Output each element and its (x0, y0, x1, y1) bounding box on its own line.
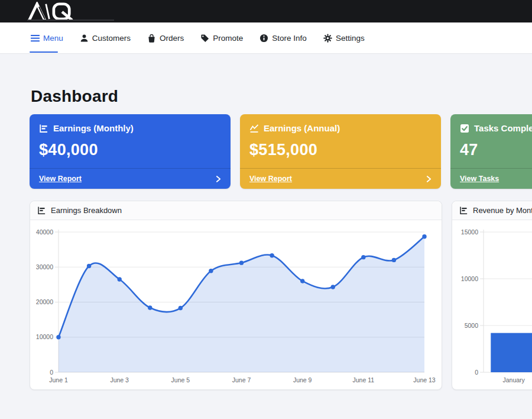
bar-chart-icon (37, 206, 46, 215)
revenue-bar-chart: 050001000015000January (458, 224, 532, 386)
nav-item-orders[interactable]: Orders (147, 22, 184, 53)
card-value: 47 (460, 141, 532, 159)
bar-chart-icon (459, 206, 468, 215)
view-report-link[interactable]: View Report (30, 168, 231, 189)
card-top: Tasks Completed 47 (450, 114, 532, 159)
nav-item-store-info[interactable]: Store Info (259, 22, 307, 53)
chart-title: Revenue by Month (473, 206, 532, 215)
svg-text:30000: 30000 (36, 263, 53, 270)
revenue-by-month-card: Revenue by Month 050001000015000January (452, 201, 532, 390)
svg-text:5000: 5000 (465, 322, 479, 329)
card-tasks-completed: Tasks Completed 47 View Tasks (450, 114, 532, 189)
svg-text:10000: 10000 (461, 275, 478, 282)
chart-body: 010000200003000040000June 1June 3June 5J… (30, 220, 442, 386)
stat-cards-row: Earnings (Monthly) $40,000 View Report E… (30, 114, 532, 189)
check-square-icon (460, 124, 469, 133)
svg-text:January: January (502, 376, 525, 383)
tag-icon (200, 34, 209, 43)
chevron-right-icon (216, 175, 221, 183)
nav-bar: Menu Customers Orders Promote Store Info (0, 22, 532, 54)
card-value: $515,000 (249, 141, 432, 159)
nav-item-label: Customers (92, 34, 131, 43)
card-top: Earnings (Monthly) $40,000 (30, 114, 231, 159)
gear-icon (323, 34, 332, 43)
card-earnings-annual: Earnings (Annual) $515,000 View Report (240, 114, 441, 189)
chevron-right-icon (426, 175, 432, 183)
chart-title: Earnings Breakdown (51, 206, 122, 215)
svg-text:20000: 20000 (36, 298, 53, 305)
nav-item-customers[interactable]: Customers (80, 22, 131, 53)
view-tasks-link[interactable]: View Tasks (450, 168, 532, 189)
nav-item-promote[interactable]: Promote (200, 22, 243, 53)
chart-body: 050001000015000January (452, 220, 532, 386)
brand-logo-icon (26, 2, 79, 21)
active-tab-underline (30, 51, 58, 53)
chart-card-header: Revenue by Month (452, 201, 532, 220)
card-value: $40,000 (39, 141, 221, 159)
line-chart-icon (249, 124, 259, 133)
svg-text:June 5: June 5 (171, 376, 190, 383)
svg-text:0: 0 (475, 369, 478, 376)
svg-text:June 11: June 11 (353, 376, 375, 383)
svg-text:40000: 40000 (36, 228, 53, 236)
svg-text:15000: 15000 (461, 228, 478, 236)
svg-text:June 13: June 13 (413, 376, 436, 383)
nav-item-label: Store Info (272, 34, 307, 43)
nav-item-label: Promote (213, 34, 243, 43)
logo-underline (27, 20, 114, 21)
bar-chart-icon (39, 124, 48, 133)
person-icon (80, 34, 89, 43)
charts-row: Earnings Breakdown 010000200003000040000… (30, 201, 532, 390)
card-title: Earnings (Annual) (264, 123, 340, 133)
svg-text:June 1: June 1 (49, 376, 68, 383)
svg-text:June 7: June 7 (232, 376, 251, 383)
svg-text:10000: 10000 (36, 333, 53, 340)
info-icon (259, 34, 268, 43)
bag-icon (147, 34, 156, 43)
svg-text:0: 0 (50, 369, 53, 376)
earnings-breakdown-card: Earnings Breakdown 010000200003000040000… (30, 201, 442, 390)
earnings-area-chart: 010000200003000040000June 1June 3June 5J… (36, 224, 436, 386)
top-bar (0, 0, 532, 22)
nav-item-label: Settings (336, 34, 365, 43)
svg-text:June 9: June 9 (293, 376, 312, 383)
card-title: Tasks Completed (474, 123, 532, 133)
card-earnings-monthly: Earnings (Monthly) $40,000 View Report (30, 114, 231, 189)
view-report-link[interactable]: View Report (240, 168, 441, 189)
svg-text:June 3: June 3 (110, 376, 129, 383)
card-top: Earnings (Annual) $515,000 (240, 114, 441, 159)
hamburger-icon (31, 34, 40, 42)
nav-item-settings[interactable]: Settings (323, 22, 365, 53)
nav-item-menu[interactable]: Menu (31, 22, 63, 53)
page-title: Dashboard (31, 87, 532, 106)
nav-item-label: Menu (43, 34, 63, 43)
card-title: Earnings (Monthly) (53, 123, 134, 133)
nav-item-label: Orders (160, 34, 184, 43)
chart-card-header: Earnings Breakdown (30, 201, 442, 220)
